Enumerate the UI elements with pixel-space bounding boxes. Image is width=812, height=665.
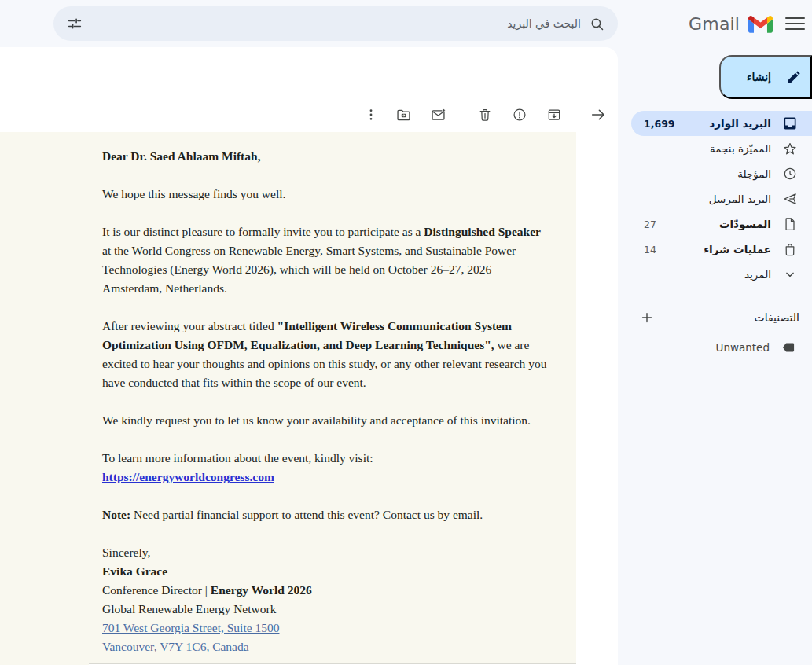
shopping-bag-icon xyxy=(782,241,798,257)
add-label-plus-icon[interactable] xyxy=(637,308,656,327)
report-spam-icon[interactable] xyxy=(510,105,529,124)
inbox-icon xyxy=(782,116,798,131)
signature-closing: Sincerely, xyxy=(102,543,547,562)
search-lead: البحث في البريد xyxy=(507,16,605,32)
signature-name: Evika Grace xyxy=(102,562,547,581)
draft-icon xyxy=(782,216,798,232)
toolbar-divider xyxy=(461,106,461,123)
search-icon[interactable] xyxy=(589,16,605,32)
sidebar-item-sent[interactable]: البريد المرسل xyxy=(631,186,812,211)
email-greeting: Dear Dr. Saed Ahlaam Miftah, xyxy=(102,147,547,166)
top-bar: البحث في البريد Gmail xyxy=(0,0,812,47)
compose-pencil-icon xyxy=(785,69,802,86)
email-availability-paragraph: We kindly request you to let us know you… xyxy=(102,411,547,430)
delete-icon[interactable] xyxy=(476,105,494,124)
compose-label: إنشاء xyxy=(747,71,771,83)
labels-section-header: التصنيفات xyxy=(631,305,812,330)
inbox-count: 1,699 xyxy=(644,118,675,130)
email-body: Dear Dr. Saed Ahlaam Miftah, We hope thi… xyxy=(102,147,547,665)
distinguished-speaker-text: Distinguished Speaker xyxy=(424,225,541,238)
sidebar-item-snoozed[interactable]: المؤجلة xyxy=(631,161,812,186)
signature-org: Global Renewable Energy Network xyxy=(102,600,547,619)
move-to-folder-icon[interactable] xyxy=(394,105,413,124)
menu-icon[interactable] xyxy=(785,17,805,30)
sidebar-item-purchases[interactable]: عمليات شراء 14 xyxy=(631,237,812,262)
drafts-count: 27 xyxy=(644,219,656,230)
gmail-logo-text: Gmail xyxy=(689,14,740,34)
label-tag-icon xyxy=(781,340,796,355)
signature-address-line2-link[interactable]: Vancouver, V7Y 1C6, Canada xyxy=(102,637,249,656)
email-invite-paragraph: It is our distinct pleasure to formally … xyxy=(102,222,547,298)
compose-button[interactable]: إنشاء xyxy=(719,55,812,99)
sidebar-item-drafts[interactable]: المسودّات 27 xyxy=(631,211,812,237)
star-icon xyxy=(782,141,798,156)
logo-area: Gmail xyxy=(689,0,805,47)
message-card: Dear Dr. Saed Ahlaam Miftah, We hope thi… xyxy=(0,47,618,665)
sidebar-item-starred[interactable]: المميّزة بنجمة xyxy=(631,136,812,161)
clock-icon xyxy=(782,166,798,182)
sidebar-label-unwanted[interactable]: Unwanted xyxy=(631,335,812,360)
email-note-paragraph: Note: Need partial financial support to … xyxy=(102,505,547,524)
search-placeholder: البحث في البريد xyxy=(507,17,581,30)
email-signature: Sincerely, Evika Grace Conference Direct… xyxy=(102,543,547,656)
sidebar-item-more[interactable]: المزيد xyxy=(631,262,812,287)
sent-icon xyxy=(782,191,798,207)
email-abstract-paragraph: After reviewing your abstract titled "In… xyxy=(102,317,547,392)
sidebar-item-inbox[interactable]: البريد الوارد 1,699 xyxy=(631,111,812,136)
email-visit-paragraph: To learn more information about the even… xyxy=(102,449,547,487)
chevron-down-icon xyxy=(782,266,798,282)
purchases-count: 14 xyxy=(644,244,656,255)
event-website-link[interactable]: https://energyworldcongress.com xyxy=(102,470,274,483)
gmail-logo-icon xyxy=(748,14,773,33)
back-arrow-icon[interactable] xyxy=(589,105,608,124)
more-options-icon[interactable] xyxy=(362,105,380,124)
label-name: Unwanted xyxy=(716,341,770,354)
signature-role: Conference Director | Energy World 2026 xyxy=(102,581,547,600)
labels-header-title: التصنيفات xyxy=(755,311,800,324)
archive-icon[interactable] xyxy=(545,105,564,124)
mark-unread-icon[interactable] xyxy=(428,105,447,124)
search-options-tune-icon[interactable] xyxy=(66,15,83,32)
email-intro: We hope this message finds you well. xyxy=(102,185,547,204)
gmail-app: البحث في البريد Gmail xyxy=(0,0,812,665)
signature-address-line1-link[interactable]: 701 West Georgia Street, Suite 1500 xyxy=(102,619,279,637)
search-bar[interactable]: البحث في البريد xyxy=(53,6,618,41)
